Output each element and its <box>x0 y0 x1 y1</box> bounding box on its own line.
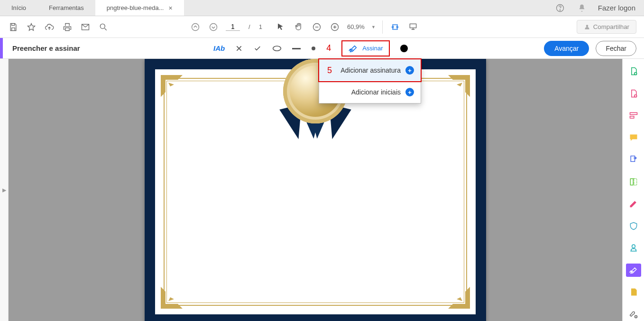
person-icon <box>584 24 590 30</box>
tab-tools-label: Ferramentas <box>49 4 84 11</box>
svg-point-10 <box>586 25 588 27</box>
save-icon[interactable] <box>8 21 19 33</box>
create-pdf-icon[interactable] <box>626 65 641 78</box>
sign-button[interactable]: Assinar <box>343 42 387 55</box>
organize-pages-icon[interactable] <box>626 175 641 189</box>
add-initials-item[interactable]: Adicionar iniciais + <box>319 81 421 103</box>
star-icon[interactable] <box>26 21 37 33</box>
right-tools-panel <box>622 59 644 321</box>
annotation-4-box: Assinar <box>341 40 389 57</box>
advance-button-label: Avançar <box>554 45 579 52</box>
zoom-level-label[interactable]: 60,9% <box>347 23 365 30</box>
main-toolbar: / 1 60,9% ▼ Compartilhar <box>0 16 644 38</box>
cloud-upload-icon[interactable] <box>44 21 55 33</box>
svg-point-13 <box>312 47 315 50</box>
share-button[interactable]: Compartilhar <box>577 20 636 34</box>
svg-point-20 <box>632 245 635 248</box>
page-down-icon[interactable] <box>208 21 219 33</box>
page-total-label: 1 <box>259 23 262 30</box>
document-page <box>145 59 486 321</box>
tab-document[interactable]: pngtree-blue-meda... × <box>95 0 184 16</box>
add-signature-item[interactable]: Adicionar assinatura + <box>319 59 421 81</box>
chevron-right-icon: ▶ <box>2 187 6 193</box>
x-tool-icon[interactable] <box>235 45 243 52</box>
annotation-5: 5 <box>327 66 332 76</box>
fill-sign-toolbar: Preencher e assinar IAb 4 Assinar Avança… <box>0 38 644 59</box>
corner-ornament <box>448 287 470 309</box>
advance-button[interactable]: Avançar <box>544 41 589 56</box>
combine-files-icon[interactable] <box>626 87 641 101</box>
close-button[interactable]: Fechar <box>596 41 636 56</box>
redact-icon[interactable] <box>626 197 641 211</box>
corner-ornament <box>448 75 470 97</box>
fit-width-icon[interactable] <box>389 21 401 33</box>
plus-icon: + <box>405 88 414 96</box>
page-up-icon[interactable] <box>190 21 201 33</box>
svg-rect-18 <box>630 179 633 185</box>
bell-icon[interactable] <box>576 2 588 14</box>
annotation-5-box: Adicionar assinatura + <box>318 58 422 82</box>
annotation-4: 4 <box>326 43 331 53</box>
svg-rect-9 <box>410 24 416 28</box>
text-tool[interactable]: IAb <box>213 44 225 53</box>
dot-tool-icon[interactable] <box>311 46 316 51</box>
send-for-signature-icon[interactable] <box>626 285 641 299</box>
svg-point-4 <box>192 23 199 30</box>
search-icon[interactable] <box>98 21 109 33</box>
add-initials-label: Adicionar iniciais <box>351 88 401 96</box>
svg-point-1 <box>560 9 560 10</box>
export-pdf-icon[interactable] <box>626 153 641 167</box>
fillbar-accent <box>0 38 3 58</box>
plus-icon: + <box>405 66 414 75</box>
zoom-dropdown-icon[interactable]: ▼ <box>371 25 376 29</box>
svg-rect-17 <box>630 116 634 118</box>
check-tool-icon[interactable] <box>253 45 262 52</box>
selection-tool-icon[interactable] <box>275 21 286 33</box>
document-viewport[interactable] <box>9 59 622 321</box>
close-button-label: Fechar <box>606 45 626 52</box>
share-button-label: Compartilhar <box>593 23 629 30</box>
corner-ornament <box>161 75 183 97</box>
svg-rect-19 <box>634 179 636 185</box>
circle-tool-icon[interactable] <box>272 45 282 52</box>
svg-rect-12 <box>292 48 301 49</box>
tab-tools[interactable]: Ferramentas <box>37 0 95 16</box>
color-picker-icon[interactable] <box>400 45 408 52</box>
close-tab-icon[interactable]: × <box>168 4 172 12</box>
corner-ornament <box>161 287 183 309</box>
svg-point-11 <box>273 46 281 51</box>
sign-dropdown: Adicionar assinatura + Adicionar iniciai… <box>319 59 421 104</box>
print-icon[interactable] <box>62 21 73 33</box>
more-tools-icon[interactable] <box>626 308 641 321</box>
svg-point-3 <box>100 24 105 28</box>
tab-home-label: Início <box>11 4 26 11</box>
line-tool-icon[interactable] <box>292 47 301 50</box>
login-link[interactable]: Fazer logon <box>598 4 635 12</box>
fillbar-title: Preencher e assinar <box>8 44 80 52</box>
svg-rect-16 <box>630 113 637 114</box>
sign-button-label: Assinar <box>362 45 383 52</box>
mail-icon[interactable] <box>80 21 91 33</box>
comment-icon[interactable] <box>626 131 641 145</box>
tab-bar: Início Ferramentas pngtree-blue-meda... … <box>0 0 644 16</box>
add-signature-label: Adicionar assinatura <box>340 66 401 74</box>
fill-sign-icon[interactable] <box>626 264 641 277</box>
stamp-icon[interactable] <box>626 241 641 255</box>
protect-icon[interactable] <box>626 219 641 233</box>
left-panel-toggle[interactable]: ▶ <box>0 59 9 321</box>
svg-point-5 <box>210 23 217 30</box>
edit-pdf-icon[interactable] <box>626 109 641 123</box>
svg-rect-8 <box>393 25 397 29</box>
tab-document-label: pngtree-blue-meda... <box>107 4 164 11</box>
page-separator: / <box>248 23 250 30</box>
read-mode-icon[interactable] <box>407 21 419 33</box>
zoom-out-icon[interactable] <box>311 21 322 33</box>
zoom-in-icon[interactable] <box>329 21 340 33</box>
help-icon[interactable] <box>554 2 566 14</box>
hand-tool-icon[interactable] <box>293 21 304 33</box>
tab-home[interactable]: Início <box>0 0 37 16</box>
page-current-input[interactable] <box>226 23 240 31</box>
signature-icon <box>348 44 359 53</box>
